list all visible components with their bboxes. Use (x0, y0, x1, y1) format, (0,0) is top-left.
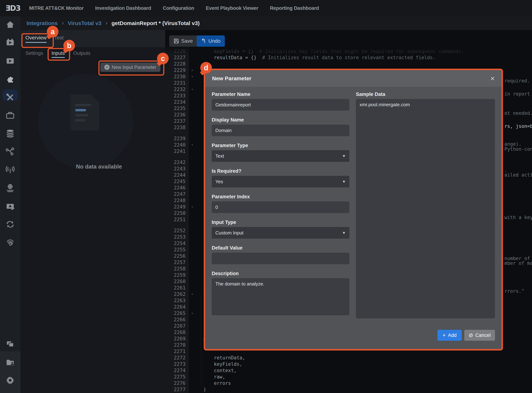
line-number: 2245 (165, 178, 187, 184)
line-number: 2261 (165, 285, 187, 290)
parameter-name-input[interactable] (212, 99, 349, 111)
code-line-2275[interactable]: 2275raw, (165, 373, 532, 380)
integrations-icon[interactable] (5, 74, 15, 84)
tab-overview[interactable]: Overview (25, 35, 47, 43)
line-number: 2268 (165, 329, 187, 335)
parameter-name-label: Parameter Name (212, 92, 349, 97)
code-line-2273[interactable]: 2273keyFields, (165, 361, 532, 367)
nav-item-reporting-dashboard[interactable]: Reporting Dashboard (270, 5, 319, 11)
new-parameter-modal: New Parameter × Parameter NameDisplay Na… (204, 69, 503, 350)
subtab-outputs[interactable]: Outputs (73, 50, 90, 58)
home-icon[interactable] (5, 20, 15, 29)
undo-button[interactable]: ↰ Undo (197, 35, 225, 47)
save-button[interactable]: Save (169, 35, 197, 47)
connections-icon[interactable] (5, 147, 15, 157)
code-line-2272[interactable]: 2272returnData, (165, 354, 532, 361)
fingerprint-icon[interactable] (5, 238, 15, 248)
parameter-type-select[interactable]: Text▼ (212, 150, 349, 162)
new-input-parameter-button[interactable]: + New Input Parameter (100, 63, 160, 72)
line-number: 2252 (165, 228, 187, 233)
is-required-select[interactable]: Yes▼ (212, 176, 349, 187)
line-number: 2255 (165, 247, 187, 252)
code-line-2276[interactable]: 2276errors (165, 380, 532, 386)
code-line-2274[interactable]: 2274context, (165, 367, 532, 373)
cancel-button[interactable]: ⊘ Cancel (464, 330, 495, 341)
line-number: 2237 (165, 118, 187, 124)
description-textarea[interactable] (212, 278, 349, 315)
broadcast-icon[interactable] (5, 165, 15, 175)
toolbox-icon[interactable] (5, 110, 15, 121)
chevron-down-icon: ▼ (342, 154, 346, 158)
display-name-input[interactable] (212, 125, 349, 136)
parameter-index-input[interactable] (212, 201, 349, 213)
user-folder-icon[interactable] (5, 357, 15, 367)
fold-caret-icon[interactable]: ▾ (187, 143, 198, 147)
code-line-2277[interactable]: 2277) (165, 386, 532, 393)
line-number: 2228 (165, 61, 187, 67)
fold-caret-icon[interactable]: ▾ (187, 292, 198, 296)
subtab-settings[interactable]: Settings (25, 50, 43, 58)
fold-caret-icon[interactable]: ▾ (187, 68, 198, 72)
empty-document-icon (70, 94, 99, 130)
data-icon[interactable] (5, 128, 15, 138)
d3-logo[interactable]: ƎD3 (5, 4, 20, 12)
line-number: 2231 (165, 80, 187, 86)
code-line-2228[interactable]: 2228 (165, 61, 532, 67)
network-globe-icon[interactable] (5, 183, 15, 193)
editor-top-fade (165, 46, 532, 54)
nav-item-mitre-att-ck-monitor[interactable]: MITRE ATT&CK Monitor (29, 5, 83, 11)
line-number: 2250 (165, 210, 187, 216)
fold-caret-icon[interactable]: ▾ (187, 311, 198, 315)
plus-icon: + (443, 333, 446, 338)
line-number: 2267 (165, 323, 187, 329)
input-type-value: Custom Input (215, 230, 244, 236)
fold-caret-icon[interactable]: ▾ (187, 205, 198, 209)
line-number: 2257 (165, 260, 187, 265)
input-type-select[interactable]: Custom Input▼ (212, 227, 349, 239)
line-number: 2273 (165, 361, 187, 367)
annotation-badge-b: b (63, 40, 75, 51)
code-fragment: Python-conver (504, 146, 532, 152)
code-fragment: ange). (504, 141, 522, 147)
line-number: 2239 (165, 136, 187, 141)
code-text: returnData, (198, 355, 245, 360)
incident-report-icon[interactable] (5, 201, 15, 212)
close-icon[interactable]: × (490, 75, 495, 82)
line-number: 2248 (165, 198, 187, 203)
line-number: 2240 (165, 142, 187, 148)
line-number: 2258 (165, 266, 187, 271)
fold-caret-icon[interactable]: ▾ (187, 87, 198, 91)
windows-icon[interactable] (5, 339, 15, 349)
is-required-value: Yes (215, 179, 223, 185)
nav-item-configuration[interactable]: Configuration (163, 5, 194, 11)
default-value-input[interactable] (212, 253, 349, 264)
playbook-viewer-icon[interactable] (5, 56, 15, 66)
fold-caret-icon[interactable]: ▾ (187, 75, 198, 79)
sample-data-label: Sample Data (356, 92, 495, 97)
calendar-playbook-icon[interactable] (5, 37, 15, 48)
breadcrumb-virustotal[interactable]: VirusTotal v3 (68, 20, 102, 26)
code-fragment: rrors." (504, 288, 524, 294)
add-button[interactable]: + Add (437, 330, 462, 341)
undo-label: Undo (208, 38, 221, 44)
plus-circle-icon: + (104, 65, 109, 70)
sample-data-textarea[interactable] (356, 99, 495, 318)
breadcrumb-integrations[interactable]: Integrations (26, 20, 58, 26)
code-text: raw, (198, 374, 225, 380)
line-number: 2251 (165, 217, 187, 222)
line-number: 2247 (165, 191, 187, 197)
line-number: 2266 (165, 317, 187, 322)
line-number: 2272 (165, 355, 187, 360)
parameter-type-label: Parameter Type (212, 143, 349, 148)
code-line-2227[interactable]: 2227resultData = {} # Initializes result… (165, 54, 532, 61)
settings-icon[interactable] (5, 375, 15, 385)
utilities-icon[interactable] (5, 92, 15, 103)
nav-item-event-playbook-viewer[interactable]: Event Playbook Viewer (206, 5, 258, 11)
subtab-inputs[interactable]: Inputs (52, 50, 65, 58)
nav-item-investigation-dashboard[interactable]: Investigation Dashboard (95, 5, 151, 11)
sub-tabs: SettingsInputsOutputs (20, 47, 165, 61)
line-number: 2254 (165, 241, 187, 246)
line-number: 2262 (165, 291, 187, 297)
line-number: 2233 (165, 93, 187, 98)
sync-icon[interactable] (5, 219, 15, 229)
